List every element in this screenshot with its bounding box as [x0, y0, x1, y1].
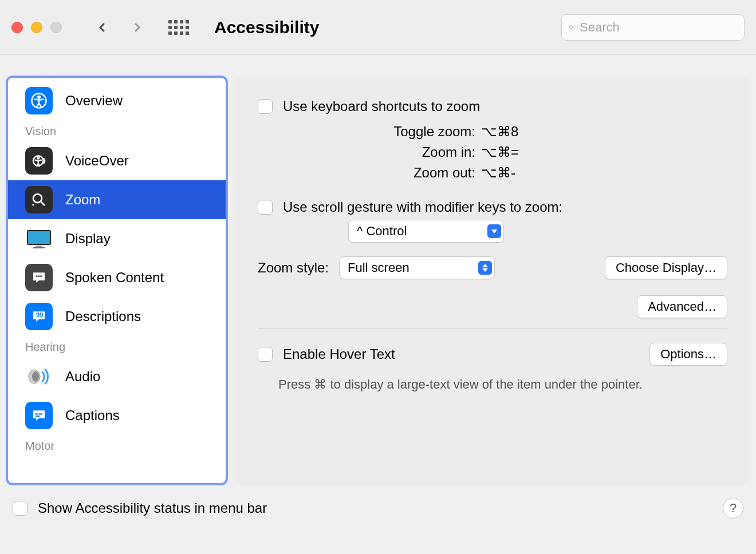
shortcut-toggle-label: Toggle zoom: [258, 121, 481, 142]
fullscreen-window-button[interactable] [50, 22, 62, 33]
use-keyboard-shortcuts-label: Use keyboard shortcuts to zoom [283, 98, 480, 114]
shortcut-zoomout-label: Zoom out: [258, 163, 481, 183]
sidebar-item-audio[interactable]: Audio [8, 357, 226, 396]
svg-rect-13 [33, 247, 45, 248]
updown-caret-icon [478, 261, 492, 275]
sidebar-item-label: Display [65, 231, 111, 247]
help-button[interactable]: ? [723, 498, 743, 519]
minimize-window-button[interactable] [31, 22, 42, 33]
shortcut-zoomin-keys: ⌥⌘= [481, 142, 519, 163]
divider [258, 329, 727, 329]
spoken-content-icon [25, 264, 53, 291]
svg-rect-21 [39, 413, 42, 414]
search-input[interactable] [580, 20, 737, 35]
hover-text-note: Press ⌘ to display a large-text view of … [278, 377, 727, 392]
search-icon [569, 21, 574, 34]
sidebar-section-motor: Motor [8, 435, 226, 456]
svg-point-3 [38, 96, 40, 98]
svg-point-6 [33, 194, 42, 203]
sidebar-section-vision: Vision [8, 120, 226, 141]
show-all-icon[interactable] [168, 20, 189, 35]
audio-icon [25, 363, 53, 390]
forward-button[interactable] [125, 15, 150, 40]
bottom-bar: Show Accessibility status in menu bar ? [0, 491, 756, 525]
svg-point-5 [37, 157, 39, 159]
svg-rect-20 [36, 413, 38, 414]
close-window-button[interactable] [11, 22, 23, 33]
sidebar-item-descriptions[interactable]: 99 Descriptions [8, 297, 226, 336]
hover-options-button[interactable]: Options… [649, 343, 727, 366]
window-title: Accessibility [214, 18, 319, 37]
show-status-menubar-label: Show Accessibility status in menu bar [38, 500, 267, 516]
sidebar-item-label: Descriptions [65, 308, 141, 325]
svg-point-14 [36, 275, 38, 277]
sidebar-item-zoom[interactable]: Zoom [8, 180, 226, 219]
shortcut-toggle-keys: ⌥⌘8 [481, 121, 518, 142]
content-panel: Use keyboard shortcuts to zoom Toggle zo… [235, 76, 750, 485]
modifier-key-select[interactable]: ^ Control [348, 220, 504, 243]
svg-line-7 [41, 202, 45, 205]
hover-options-label: Options… [660, 347, 716, 362]
zoom-style-value: Full screen [348, 260, 410, 275]
svg-point-16 [40, 275, 42, 277]
sidebar-item-label: VoiceOver [65, 153, 129, 169]
descriptions-icon: 99 [25, 303, 53, 330]
choose-display-label: Choose Display… [616, 260, 716, 275]
sidebar-item-label: Zoom [65, 192, 100, 208]
window-controls [11, 22, 62, 33]
use-scroll-gesture-checkbox[interactable] [258, 200, 273, 215]
shortcut-zoomout-keys: ⌥⌘- [481, 163, 515, 183]
svg-text:99: 99 [36, 311, 44, 318]
sidebar-section-hearing: Hearing [8, 336, 226, 357]
advanced-button[interactable]: Advanced… [637, 295, 727, 318]
captions-icon [25, 402, 53, 429]
svg-point-19 [32, 371, 39, 382]
sidebar-item-captions[interactable]: Captions [8, 396, 226, 435]
sidebar: Overview Vision VoiceOver Zoom Display S [6, 76, 228, 485]
advanced-label: Advanced… [648, 299, 716, 314]
display-icon [25, 225, 53, 252]
shortcut-zoomin-label: Zoom in: [258, 142, 481, 163]
zoom-style-label: Zoom style: [258, 260, 329, 276]
svg-rect-22 [36, 416, 40, 417]
sidebar-item-display[interactable]: Display [8, 219, 226, 258]
svg-rect-10 [27, 231, 50, 244]
svg-rect-12 [36, 246, 42, 247]
search-field-container[interactable] [561, 14, 745, 41]
sidebar-item-overview[interactable]: Overview [8, 81, 226, 120]
modifier-key-value: ^ Control [357, 224, 407, 239]
sidebar-item-voiceover[interactable]: VoiceOver [8, 141, 226, 180]
sidebar-item-label: Audio [65, 369, 100, 385]
accessibility-icon [25, 87, 53, 114]
use-scroll-gesture-label: Use scroll gesture with modifier keys to… [283, 199, 562, 215]
enable-hover-text-label: Enable Hover Text [283, 346, 395, 362]
voiceover-icon [25, 147, 53, 175]
sidebar-item-spoken-content[interactable]: Spoken Content [8, 258, 226, 297]
sidebar-item-label: Overview [65, 93, 123, 109]
show-status-menubar-checkbox[interactable] [13, 501, 27, 516]
svg-point-0 [569, 25, 572, 28]
sidebar-item-label: Spoken Content [65, 270, 164, 286]
use-keyboard-shortcuts-checkbox[interactable] [258, 99, 273, 114]
sidebar-item-label: Captions [65, 407, 120, 424]
enable-hover-text-checkbox[interactable] [258, 347, 273, 362]
toolbar: Accessibility [0, 0, 756, 55]
chevron-down-icon [487, 224, 501, 238]
svg-point-15 [38, 275, 40, 277]
choose-display-button[interactable]: Choose Display… [605, 256, 727, 279]
back-button[interactable] [89, 15, 115, 40]
zoom-icon [25, 186, 53, 213]
zoom-style-select[interactable]: Full screen [339, 256, 495, 279]
shortcut-list: Toggle zoom:⌥⌘8 Zoom in:⌥⌘= Zoom out:⌥⌘- [258, 121, 727, 183]
svg-line-1 [572, 28, 573, 29]
